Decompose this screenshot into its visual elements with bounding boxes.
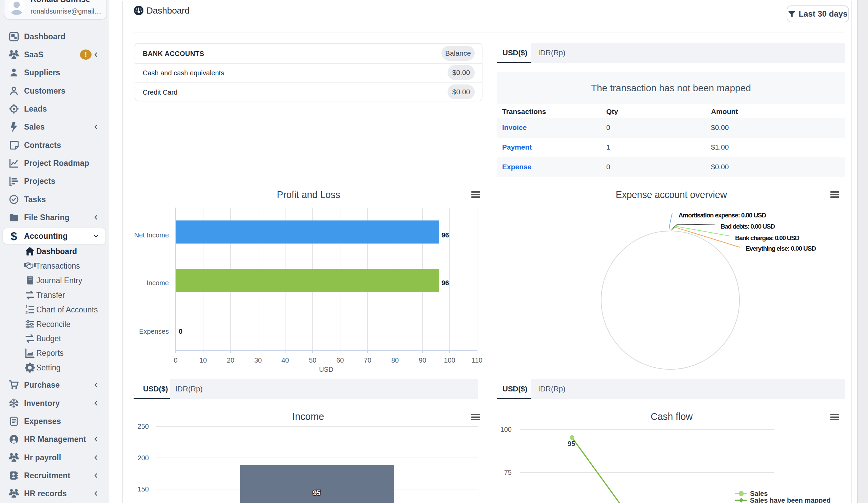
svg-text:Income: Income xyxy=(146,279,169,287)
svg-text:1: 1 xyxy=(25,305,28,309)
svg-text:10: 10 xyxy=(199,357,207,364)
svg-text:100: 100 xyxy=(500,426,512,433)
svg-text:Profit and Loss: Profit and Loss xyxy=(277,189,340,200)
svg-text:96: 96 xyxy=(442,279,449,287)
svg-text:USD: USD xyxy=(319,366,333,373)
svg-text:0: 0 xyxy=(179,328,183,335)
svg-text:Expense account overview: Expense account overview xyxy=(616,189,727,200)
svg-text:0: 0 xyxy=(174,357,177,364)
svg-text:90: 90 xyxy=(419,357,426,364)
svg-text:Income: Income xyxy=(292,411,324,422)
svg-text:60: 60 xyxy=(336,357,344,364)
svg-text:110: 110 xyxy=(472,357,483,364)
svg-text:50: 50 xyxy=(309,357,316,364)
svg-text:Amortisation expense: 0.00 USD: Amortisation expense: 0.00 USD xyxy=(679,212,766,219)
svg-text:Sales have been mapped: Sales have been mapped xyxy=(750,496,831,503)
svg-text:Everything else: 0.00 USD: Everything else: 0.00 USD xyxy=(746,245,816,252)
svg-text:200: 200 xyxy=(138,454,149,462)
svg-text:Bad debts: 0.00 USD: Bad debts: 0.00 USD xyxy=(721,223,775,230)
svg-text:95: 95 xyxy=(568,440,575,448)
svg-text:40: 40 xyxy=(281,357,289,364)
svg-text:95: 95 xyxy=(313,489,320,496)
svg-text:Cash flow: Cash flow xyxy=(651,411,693,422)
svg-text:150: 150 xyxy=(138,485,149,493)
svg-text:Net Income: Net Income xyxy=(134,231,169,239)
svg-text:Expenses: Expenses xyxy=(139,328,169,335)
svg-text:30: 30 xyxy=(254,357,262,364)
svg-text:Bank charges: 0.00 USD: Bank charges: 0.00 USD xyxy=(735,234,799,242)
svg-text:2: 2 xyxy=(25,310,28,315)
svg-text:Sales: Sales xyxy=(750,490,768,497)
svg-text:80: 80 xyxy=(391,357,399,364)
svg-text:100: 100 xyxy=(444,357,455,364)
svg-text:70: 70 xyxy=(364,357,371,364)
svg-text:96: 96 xyxy=(442,231,449,239)
svg-text:20: 20 xyxy=(227,357,234,364)
svg-text:75: 75 xyxy=(504,469,512,476)
svg-text:250: 250 xyxy=(138,423,149,430)
